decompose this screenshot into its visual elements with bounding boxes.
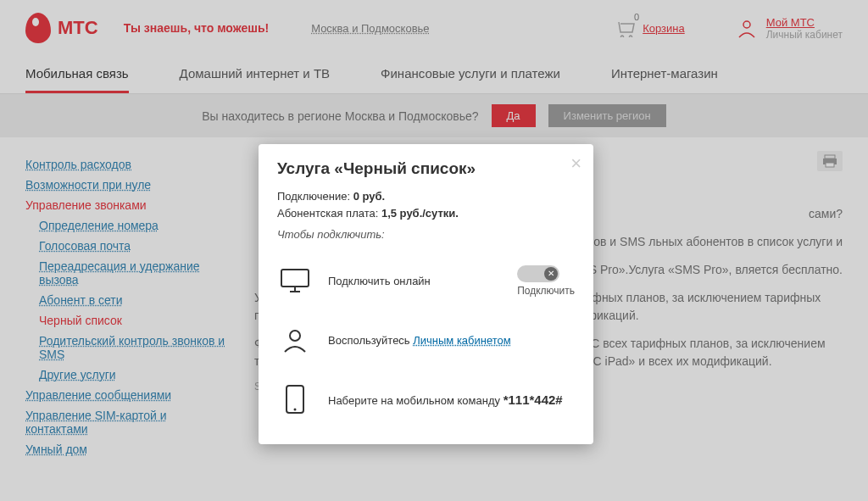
- modal-account-text: Воспользуйтесь Личным кабинетом: [328, 334, 575, 347]
- modal-row-online: Подключить онлайн ✕ Подключить: [277, 251, 575, 310]
- modal-instruction: Чтобы подключить:: [277, 228, 575, 241]
- modal-row-ussd: Наберите на мобильном команду *111*442#: [277, 370, 575, 429]
- monitor-icon: [277, 263, 313, 298]
- modal-connection-fee: Подключение: 0 руб. Абонентская плата: 1…: [277, 188, 575, 221]
- svg-point-9: [294, 409, 297, 411]
- svg-point-7: [290, 331, 300, 341]
- modal-row-account: Воспользуйтесь Личным кабинетом: [277, 310, 575, 370]
- modal-online-text: Подключить онлайн: [328, 275, 502, 287]
- svg-rect-4: [281, 270, 309, 287]
- modal-ussd-text: Наберите на мобильном команду *111*442#: [328, 392, 575, 407]
- modal-title: Услуга «Черный список»: [277, 159, 575, 178]
- person-icon: [277, 322, 313, 358]
- personal-account-link[interactable]: Личным кабинетом: [413, 334, 511, 347]
- blacklist-modal: × Услуга «Черный список» Подключение: 0 …: [259, 144, 593, 444]
- connect-toggle[interactable]: ✕ Подключить: [517, 265, 575, 297]
- phone-icon: [277, 381, 313, 417]
- close-icon[interactable]: ×: [570, 154, 581, 173]
